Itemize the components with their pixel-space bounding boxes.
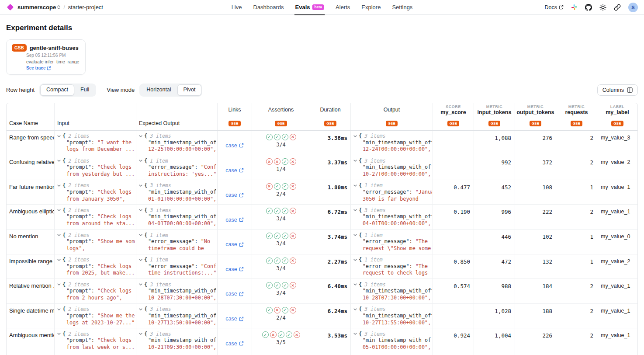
item-count: 1 item [364, 232, 383, 238]
expand-chevron-icon[interactable] [353, 184, 357, 187]
table-row[interactable]: No mention { 2 items "prompt": "Show me … [7, 229, 637, 254]
case-link[interactable]: case [225, 260, 243, 279]
expand-chevron-icon[interactable] [57, 135, 61, 138]
view-mode-horizontal[interactable]: Horizontal [140, 84, 177, 96]
col-header-assertions[interactable]: Assertions [252, 103, 310, 117]
table-row[interactable]: Single day mention { 2 items "prompt": "… [7, 353, 637, 355]
expand-chevron-icon[interactable] [57, 283, 61, 286]
col-header-expected-output[interactable]: Expected Output [136, 103, 217, 130]
table-row[interactable]: Ambiguous elliptic... { 2 items "prompt"… [7, 204, 637, 229]
tab-evals[interactable]: Evals beta [295, 0, 324, 15]
org-switcher[interactable]: summerscope [17, 4, 60, 10]
experiment-badge-cell: GSB [474, 117, 515, 130]
expand-chevron-icon[interactable] [57, 209, 61, 212]
table-row[interactable]: Impossible range { 2 items "prompt": "Ch… [7, 254, 637, 279]
expand-chevron-icon[interactable] [57, 233, 61, 237]
tab-settings[interactable]: Settings [392, 0, 412, 15]
expand-chevron-icon[interactable] [353, 135, 357, 138]
expand-chevron-icon[interactable] [138, 135, 143, 138]
expand-chevron-icon[interactable] [353, 332, 357, 335]
case-link[interactable]: case [225, 161, 243, 180]
tab-alerts[interactable]: Alerts [336, 0, 350, 15]
share-link-icon[interactable] [614, 4, 621, 11]
tab-explore[interactable]: Explore [361, 0, 381, 15]
col-header-duration[interactable]: Duration [310, 103, 350, 117]
table-row[interactable]: Ambiguous mention { 2 items "prompt": "C… [7, 328, 637, 353]
see-trace-link[interactable]: See trace [26, 66, 79, 70]
project-name[interactable]: starter-project [68, 4, 103, 10]
case-link[interactable]: case [225, 285, 243, 303]
slack-icon[interactable] [571, 4, 578, 10]
expected-output-cell: { 3 items "min_timestamp_with_offset" 05… [136, 353, 217, 355]
docs-link[interactable]: Docs [545, 4, 564, 10]
github-icon[interactable] [585, 4, 592, 11]
col-header-links[interactable]: Links [217, 103, 252, 117]
expand-chevron-icon[interactable] [138, 258, 143, 261]
input-tokens-cell: 472 [474, 254, 515, 279]
expand-chevron-icon[interactable] [138, 159, 143, 162]
item-count: 1 item [150, 158, 168, 164]
output-tokens-cell: 184 [515, 279, 556, 303]
table-row[interactable]: Confusing relative... { 2 items "prompt"… [7, 155, 637, 180]
col-header-input-tokens[interactable]: METRICinput_tokens [474, 103, 515, 117]
theme-toggle-sun-icon[interactable] [599, 4, 606, 11]
expand-chevron-icon[interactable] [353, 283, 357, 286]
expand-chevron-icon[interactable] [353, 308, 357, 311]
case-link[interactable]: case [225, 186, 243, 205]
case-name-cell: Confusing relative... [7, 155, 54, 180]
view-mode-pivot[interactable]: Pivot [177, 84, 202, 96]
assertions-cell: ✓✕✓✕ 2/4 [252, 304, 310, 328]
col-header-output[interactable]: Output [350, 103, 433, 117]
tab-dashboards[interactable]: Dashboards [253, 0, 284, 15]
col-header-requests[interactable]: METRICrequests [556, 103, 597, 117]
expand-chevron-icon[interactable] [57, 184, 61, 187]
case-link[interactable]: case [225, 235, 243, 254]
expand-chevron-icon[interactable] [57, 308, 61, 311]
avatar[interactable]: S [628, 3, 638, 12]
requests-cell: 2 [556, 328, 597, 353]
assertion-icons: ✓✕✓✓✕ [262, 331, 300, 338]
experiment-badge: GSB [12, 44, 27, 52]
table-row[interactable]: Range from speech { 2 items "prompt": "I… [7, 131, 637, 155]
expand-chevron-icon[interactable] [138, 233, 143, 237]
expand-chevron-icon[interactable] [57, 159, 61, 162]
case-link[interactable]: case [225, 334, 243, 353]
expand-chevron-icon[interactable] [138, 184, 143, 187]
expand-chevron-icon[interactable] [353, 159, 357, 162]
label-cell: my_value_3 [597, 131, 637, 155]
expected-output-cell: { 1 item "error_message": "Conflict: tim… [136, 254, 217, 279]
expand-chevron-icon[interactable] [57, 258, 61, 261]
expand-chevron-icon[interactable] [353, 209, 357, 212]
columns-button[interactable]: Columns [597, 84, 638, 96]
requests-cell: 2 [556, 131, 597, 155]
page-title: Experiment details [6, 24, 644, 32]
expand-chevron-icon[interactable] [353, 258, 357, 261]
case-link[interactable]: case [225, 310, 243, 328]
table-row[interactable]: Relative mention ... { 2 items "prompt":… [7, 278, 637, 303]
row-height-full[interactable]: Full [74, 84, 95, 96]
table-row[interactable]: Far future mention { 2 items "prompt": "… [7, 180, 637, 205]
row-height-compact[interactable]: Compact [40, 84, 74, 96]
expand-chevron-icon[interactable] [138, 308, 143, 311]
expand-chevron-icon[interactable] [138, 332, 143, 335]
assertion-ratio: 3/4 [276, 290, 286, 296]
expand-chevron-icon[interactable] [353, 233, 357, 237]
col-header-my-score[interactable]: SCOREmy_score [433, 103, 474, 117]
case-link[interactable]: case [225, 210, 243, 229]
tab-live[interactable]: Live [232, 0, 242, 15]
expand-chevron-icon[interactable] [138, 283, 143, 286]
col-header-my-label[interactable]: LABELmy_label [597, 103, 637, 117]
label-cell: my_value_1 [597, 205, 637, 229]
table-row[interactable]: Single datetime m... { 2 items "prompt":… [7, 303, 637, 328]
case-link[interactable]: case [225, 136, 243, 155]
input-cell: { 2 items "prompt": "Check logs from 2 h… [54, 279, 136, 303]
assertion-icons: ✓✓✓✕ [266, 208, 296, 214]
col-header-input[interactable]: Input [54, 103, 136, 130]
expand-chevron-icon[interactable] [138, 209, 143, 212]
experiment-name: gentle-sniff-buses [30, 45, 79, 51]
expected-output-cell: { 3 items "min_timestamp_with_offset" 10… [136, 304, 217, 328]
col-header-output-tokens[interactable]: METRICoutput_tokens [515, 103, 556, 117]
item-count: 3 items [364, 133, 385, 139]
expand-chevron-icon[interactable] [57, 332, 61, 335]
col-header-case-name[interactable]: Case Name [7, 103, 54, 130]
